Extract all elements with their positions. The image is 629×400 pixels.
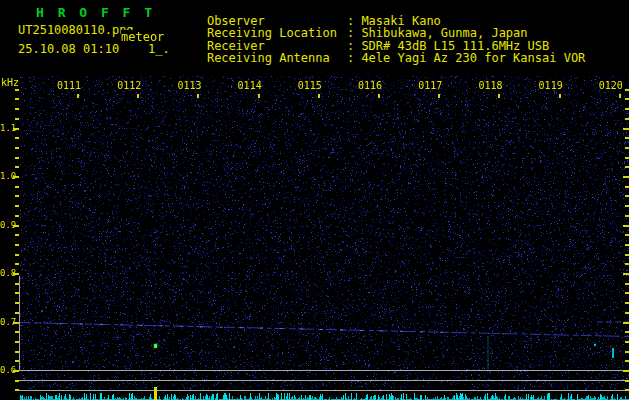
freq-minor-tick-left [15, 351, 19, 353]
freq-minor-tick-right [625, 244, 629, 246]
freq-minor-tick-right [625, 312, 629, 314]
freq-minor-tick-left [15, 254, 19, 256]
freq-minor-tick-right [625, 118, 629, 120]
freq-minor-tick-left [15, 234, 19, 236]
freq-minor-tick-right [625, 331, 629, 333]
time-tick [318, 94, 320, 98]
drifting-carrier-line [20, 323, 629, 337]
freq-minor-tick-right [625, 380, 629, 382]
freq-minor-tick-left [15, 137, 19, 139]
freq-minor-tick-right [625, 360, 629, 362]
time-tick [619, 94, 621, 98]
freq-minor-tick-right [625, 108, 629, 110]
freq-minor-tick-right [625, 147, 629, 149]
freq-minor-tick-right [625, 186, 629, 188]
freq-minor-tick-left [15, 302, 19, 304]
freq-minor-tick-right [625, 292, 629, 294]
time-label: 0111 [57, 80, 81, 91]
time-tick [498, 94, 500, 98]
freq-minor-tick-left [15, 341, 19, 343]
freq-minor-tick-left [15, 147, 19, 149]
level-reference-line [19, 370, 629, 371]
time-tick [77, 94, 79, 98]
freq-major-tick-right [623, 128, 629, 130]
time-label: 0115 [298, 80, 322, 91]
cyan-dash-mark [612, 348, 614, 358]
freq-minor-tick-left [15, 215, 19, 217]
cyan-dot-mark [594, 344, 596, 346]
freq-minor-tick-right [625, 341, 629, 343]
freq-minor-tick-right [625, 263, 629, 265]
freq-major-tick-right [623, 370, 629, 372]
freq-minor-tick-left [15, 89, 19, 91]
hrofft-window: H R O F F T UT2510080110.png meteor 25.1… [0, 0, 629, 400]
time-label: 0112 [117, 80, 141, 91]
freq-minor-tick-left [15, 331, 19, 333]
time-label: 0117 [418, 80, 442, 91]
time-label: 0118 [478, 80, 502, 91]
freq-minor-tick-right [625, 166, 629, 168]
freq-minor-tick-right [625, 98, 629, 100]
time-label: 0114 [238, 80, 262, 91]
freq-minor-tick-right [625, 254, 629, 256]
freq-minor-tick-right [625, 205, 629, 207]
time-tick [258, 94, 260, 98]
time-label: 0119 [539, 80, 563, 91]
freq-minor-tick-right [625, 215, 629, 217]
freq-minor-tick-right [625, 195, 629, 197]
time-tick [438, 94, 440, 98]
freq-minor-tick-right [625, 389, 629, 391]
freq-minor-tick-left [15, 186, 19, 188]
freq-tick-label: 0.6 [0, 365, 16, 375]
freq-tick-label: 0.7 [0, 317, 16, 327]
freq-minor-tick-left [15, 292, 19, 294]
freq-minor-tick-left [15, 244, 19, 246]
level-spike-marker [154, 387, 157, 400]
freq-minor-tick-right [625, 302, 629, 304]
freq-minor-tick-left [15, 98, 19, 100]
plot-left-border [19, 276, 20, 371]
freq-minor-tick-left [15, 166, 19, 168]
freq-major-tick-right [623, 225, 629, 227]
freq-major-tick-right [623, 176, 629, 178]
freq-minor-tick-left [15, 205, 19, 207]
freq-minor-tick-left [15, 263, 19, 265]
time-label: 0120 [599, 80, 623, 91]
freq-minor-tick-right [625, 89, 629, 91]
freq-tick-label: 1.0 [0, 171, 16, 181]
carrier-lines-layer [0, 0, 629, 400]
level-reference-line [19, 380, 629, 381]
freq-minor-tick-right [625, 283, 629, 285]
freq-tick-label: 1.1 [0, 123, 16, 133]
freq-minor-tick-left [15, 157, 19, 159]
freq-tick-label: 0.9 [0, 220, 16, 230]
freq-major-tick-right [623, 322, 629, 324]
freq-minor-tick-left [15, 360, 19, 362]
freq-minor-tick-right [625, 137, 629, 139]
freq-minor-tick-left [15, 283, 19, 285]
freq-minor-tick-left [15, 312, 19, 314]
freq-minor-tick-left [15, 108, 19, 110]
time-tick [378, 94, 380, 98]
freq-unit-label: kHz [1, 77, 19, 88]
level-reference-line [19, 390, 629, 391]
freq-minor-tick-left [15, 380, 19, 382]
time-label: 0113 [177, 80, 201, 91]
freq-minor-tick-right [625, 157, 629, 159]
observation-tag: meteor [121, 30, 164, 44]
freq-tick-label: 0.8 [0, 268, 16, 278]
freq-minor-tick-left [15, 195, 19, 197]
freq-minor-tick-right [625, 351, 629, 353]
freq-minor-tick-left [15, 118, 19, 120]
freq-minor-tick-right [625, 234, 629, 236]
meteor-echo-dot [154, 344, 157, 348]
freq-minor-tick-left [15, 389, 19, 391]
time-label: 0116 [358, 80, 382, 91]
freq-major-tick-right [623, 273, 629, 275]
time-tick [559, 94, 561, 98]
time-tick [137, 94, 139, 98]
time-tick [197, 94, 199, 98]
